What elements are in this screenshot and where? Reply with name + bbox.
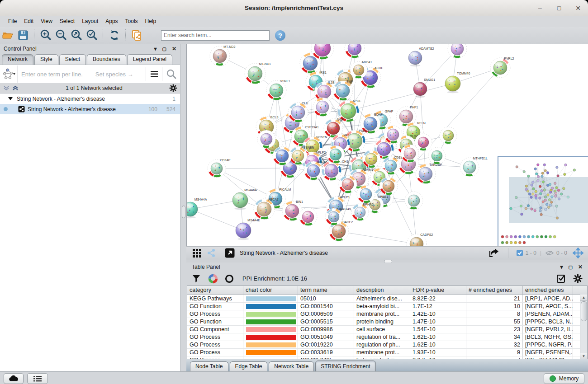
scrollbar-thumb[interactable]	[581, 301, 587, 321]
enrichment-table[interactable]: categorychart colorterm namedescriptionF…	[187, 286, 588, 360]
network-node[interactable]	[401, 145, 419, 163]
network-node[interactable]	[428, 147, 446, 164]
network-node[interactable]	[415, 134, 432, 151]
collection-expand-icon[interactable]	[8, 97, 13, 100]
column-header-chartcolor[interactable]: chart color	[243, 286, 298, 295]
table-row[interactable]: KEGG Pathways05010Alzheimer's dise...8.8…	[187, 295, 587, 303]
tab-string-enrichment[interactable]: STRING Enrichment	[315, 361, 375, 371]
tab-select[interactable]: Select	[59, 54, 86, 65]
network-node-ADAMTS2[interactable]: ADAMTS2	[408, 47, 434, 66]
network-node[interactable]	[345, 44, 365, 58]
save-session-button[interactable]	[16, 28, 30, 42]
network-node[interactable]	[257, 130, 275, 148]
tab-node-table[interactable]: Node Table	[190, 361, 228, 371]
panel-menu-arrow-icon[interactable]: ▾	[560, 264, 563, 270]
table-row[interactable]: GO FunctionGO:0001540beta-amyloid bi...1…	[187, 303, 587, 310]
network-node[interactable]	[440, 127, 457, 144]
network-node-MT-ND2[interactable]: MT-ND2	[210, 45, 235, 66]
column-header-category[interactable]: category	[187, 286, 243, 295]
tab-style[interactable]: Style	[34, 54, 58, 65]
network-node-MS4A4A[interactable]: MS4A4A	[187, 198, 207, 218]
network-node[interactable]	[299, 208, 317, 226]
menu-view[interactable]: View	[37, 17, 56, 26]
string-protein-query-button[interactable]	[0, 66, 18, 83]
grid-view-icon[interactable]	[192, 248, 203, 258]
select-all-checkbox-icon[interactable]	[556, 274, 566, 283]
ring-chart-icon[interactable]	[224, 274, 234, 284]
column-header-enrichedgenes[interactable]: # enriched genes	[466, 286, 523, 295]
network-options-gear-icon[interactable]	[169, 84, 177, 92]
menu-layout[interactable]: Layout	[78, 17, 102, 26]
tab-legend-panel[interactable]: Legend Panel	[127, 54, 172, 65]
scroll-up-icon[interactable]: ▲	[580, 295, 587, 301]
table-row[interactable]: GO FunctionGO:0005515protein binding1.47…	[187, 318, 587, 326]
network-node[interactable]	[339, 175, 357, 193]
network-node[interactable]	[384, 126, 402, 144]
zoom-selected-button[interactable]	[85, 28, 99, 42]
network-node-PVRL2[interactable]: PVRL2	[490, 57, 514, 78]
table-row[interactable]: GO ProcessGO:0006509membrane prot...1.42…	[187, 310, 587, 318]
network-node[interactable]	[362, 150, 380, 168]
column-header-enrichedgenes[interactable]: enriched genes	[523, 286, 573, 295]
network-node-MT-ND1[interactable]: MT-ND1	[245, 62, 271, 84]
minimize-button[interactable]: –	[536, 5, 544, 12]
network-node-TOMM40[interactable]: TOMM40	[445, 72, 470, 93]
network-node-MS4A4E[interactable]: MS4A4E	[236, 219, 260, 240]
network-node[interactable]	[327, 145, 345, 164]
panel-menu-arrow-icon[interactable]: ▾	[154, 46, 156, 52]
network-node-SMUG1[interactable]: SMUG1	[413, 78, 435, 98]
species-hint[interactable]: Set species →	[95, 71, 133, 78]
tab-edge-table[interactable]: Edge Table	[230, 361, 268, 371]
panel-float-icon[interactable]: ▢	[568, 265, 572, 270]
open-session-button[interactable]	[1, 28, 14, 42]
network-node-CD2AP[interactable]: CD2AP	[208, 159, 231, 178]
filter-funnel-icon[interactable]	[192, 274, 201, 283]
share-view-icon[interactable]	[206, 248, 216, 258]
zoom-in-button[interactable]	[39, 28, 52, 42]
task-history-button[interactable]	[27, 373, 48, 384]
term-input[interactable]: Enter one term per line.	[21, 71, 83, 78]
detach-view-icon[interactable]	[224, 248, 235, 258]
column-header-termname[interactable]: term name	[298, 286, 354, 295]
column-header-description[interactable]: description	[354, 286, 410, 295]
pan-move-icon[interactable]	[573, 248, 583, 258]
menu-edit[interactable]: Edit	[20, 17, 37, 26]
network-node-MTHFD1L[interactable]: MTHFD1L	[460, 157, 488, 177]
menu-file[interactable]: File	[5, 17, 20, 26]
search-input[interactable]	[161, 30, 270, 41]
network-node[interactable]	[273, 146, 292, 165]
scroll-down-icon[interactable]: ▼	[580, 353, 587, 359]
export-network-icon[interactable]	[488, 248, 500, 258]
network-node[interactable]	[379, 177, 398, 195]
birds-eye-view[interactable]	[498, 156, 588, 247]
network-node-CLU[interactable]: CLU	[288, 102, 308, 122]
settings-gear-icon[interactable]	[573, 274, 583, 283]
network-node[interactable]	[405, 192, 423, 210]
splitter-grip[interactable]	[182, 206, 185, 218]
help-button[interactable]: ?	[275, 30, 285, 41]
table-row[interactable]: GO ProcessGO:0033619membrane prot...1.93…	[187, 349, 587, 356]
network-collection-row[interactable]: String Network - Alzheimer's disease 1	[0, 94, 180, 104]
donut-chart-icon[interactable]	[208, 274, 218, 284]
refresh-button[interactable]	[108, 28, 121, 42]
panel-float-icon[interactable]: ▢	[162, 47, 166, 52]
table-row[interactable]: GO ComponentGO:0009986cell surface1.54E-…	[187, 326, 587, 333]
menu-select[interactable]: Select	[56, 17, 78, 26]
memory-button[interactable]: Memory	[544, 373, 584, 384]
query-options-icon[interactable]	[149, 70, 159, 78]
tab-network[interactable]: Network	[2, 54, 33, 65]
network-from-file-button[interactable]	[130, 28, 144, 42]
menu-help[interactable]: Help	[142, 17, 160, 26]
cloud-tasks-button[interactable]	[4, 373, 24, 384]
maximize-button[interactable]: ▢	[555, 5, 563, 11]
menu-apps[interactable]: Apps	[102, 17, 121, 26]
zoom-out-button[interactable]	[54, 28, 68, 42]
panel-close-icon[interactable]: ✕	[172, 46, 176, 52]
expand-all-icon[interactable]	[12, 85, 19, 91]
network-node-CADPS2[interactable]: CADPS2	[407, 233, 433, 246]
network-node-MS4A6A[interactable]: MS4A6A	[232, 188, 257, 210]
table-scrollbar[interactable]: ▲ ▼	[580, 295, 587, 359]
network-node[interactable]	[313, 98, 332, 117]
table-row[interactable]: GO ProcessGO:0051049regulation of tra...…	[187, 333, 587, 341]
query-search-icon[interactable]	[166, 69, 177, 80]
